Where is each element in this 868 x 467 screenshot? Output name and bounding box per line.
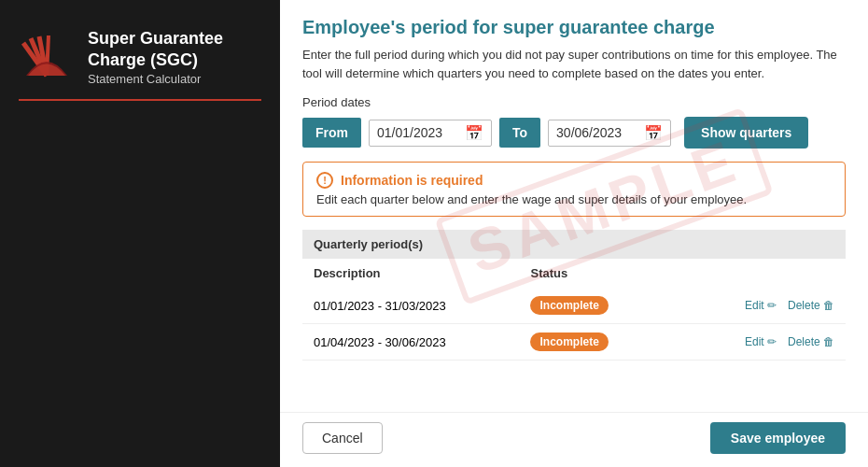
table-row: 01/04/2023 - 30/06/2023Incomplete Edit ✏… [302, 324, 846, 361]
info-icon: ! [316, 172, 333, 189]
info-banner-text: Edit each quarter below and enter the wa… [316, 192, 832, 206]
from-date-input[interactable] [377, 125, 459, 140]
action-links: Edit ✏ Delete 🗑 [697, 299, 834, 312]
row-actions: Edit ✏ Delete 🗑 [686, 324, 846, 361]
date-row: From 📅 To 📅 Show quarters [302, 117, 846, 149]
info-banner-title: ! Information is required [316, 172, 832, 189]
status-badge: Incomplete [530, 296, 608, 315]
row-status: Incomplete [519, 288, 686, 324]
table-row: 01/01/2023 - 31/03/2023Incomplete Edit ✏… [302, 288, 846, 324]
row-description: 01/01/2023 - 31/03/2023 [302, 288, 519, 324]
from-date-input-wrap[interactable]: 📅 [369, 120, 492, 147]
from-calendar-icon[interactable]: 📅 [465, 124, 483, 142]
logo-icon [19, 29, 75, 85]
logo-area: Super Guarantee Charge (SGC) Statement C… [19, 28, 223, 86]
col-description-header: Description [302, 259, 519, 288]
page-title: Employee's period for super guarantee ch… [302, 17, 846, 38]
to-label: To [499, 118, 540, 148]
action-links: Edit ✏ Delete 🗑 [697, 335, 834, 348]
sidebar-divider [19, 99, 261, 101]
logo-subtitle: Statement Calculator [88, 72, 223, 86]
info-banner: ! Information is required Edit each quar… [302, 162, 846, 217]
to-date-input-wrap[interactable]: 📅 [548, 120, 671, 147]
col-status-header: Status [519, 259, 686, 288]
quarterly-header-row: Quarterly period(s) [302, 230, 846, 259]
main-panel: SAMPLE Employee's period for super guara… [280, 0, 868, 467]
content-area: SAMPLE Employee's period for super guara… [280, 0, 868, 412]
page-description: Enter the full period during which you d… [302, 46, 846, 82]
quarterly-table: Quarterly period(s) Description Status 0… [302, 230, 846, 361]
footer: Cancel Save employee [280, 412, 868, 467]
delete-link[interactable]: Delete 🗑 [788, 299, 834, 312]
from-label: From [302, 118, 361, 148]
show-quarters-button[interactable]: Show quarters [684, 117, 808, 149]
edit-link[interactable]: Edit ✏ [745, 335, 777, 348]
cancel-button[interactable]: Cancel [302, 422, 383, 454]
quarterly-section-label: Quarterly period(s) [302, 230, 846, 259]
status-badge: Incomplete [530, 333, 608, 351]
col-actions-header [686, 259, 846, 288]
logo-title: Super Guarantee Charge (SGC) [88, 28, 223, 70]
row-actions: Edit ✏ Delete 🗑 [686, 288, 846, 324]
column-header-row: Description Status [302, 259, 846, 288]
sidebar: Super Guarantee Charge (SGC) Statement C… [0, 0, 280, 467]
row-description: 01/04/2023 - 30/06/2023 [302, 324, 519, 361]
edit-link[interactable]: Edit ✏ [745, 299, 777, 312]
save-employee-button[interactable]: Save employee [710, 422, 846, 454]
to-calendar-icon[interactable]: 📅 [644, 124, 663, 142]
row-status: Incomplete [519, 324, 686, 361]
period-dates-label: Period dates [302, 95, 846, 109]
delete-link[interactable]: Delete 🗑 [788, 335, 834, 348]
to-date-input[interactable] [556, 125, 638, 140]
logo-text: Super Guarantee Charge (SGC) Statement C… [88, 28, 223, 86]
